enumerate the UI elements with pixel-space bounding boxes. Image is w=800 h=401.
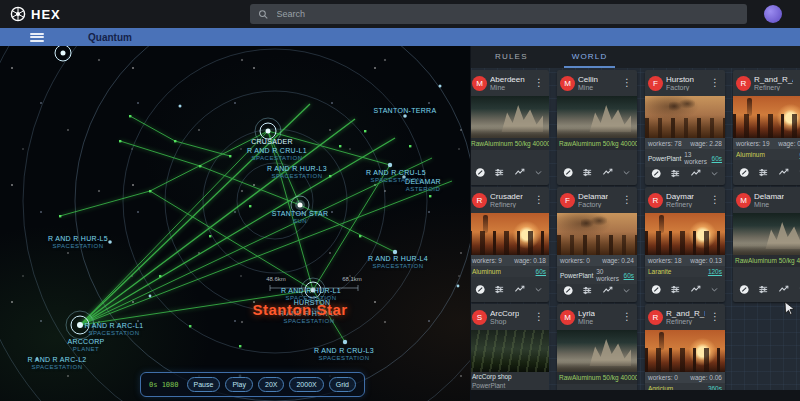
horizontal-scrollbar[interactable] <box>471 390 800 401</box>
chevron-down-icon[interactable] <box>534 284 543 295</box>
app-logo: HEX <box>10 6 61 22</box>
worker-stats: workers: 18wage: 0.13 <box>645 255 725 266</box>
compass-icon[interactable] <box>563 284 573 297</box>
kebab-menu-icon[interactable]: ⋮ <box>708 312 722 322</box>
kebab-menu-icon[interactable]: ⋮ <box>708 195 722 205</box>
chevron-down-icon[interactable] <box>622 167 631 178</box>
workers-count: workers: 9 <box>472 257 502 264</box>
compass-icon[interactable] <box>739 283 749 296</box>
user-avatar[interactable] <box>764 5 782 23</box>
compass-icon[interactable] <box>651 167 661 180</box>
app-title: HEX <box>31 7 61 22</box>
sliders-icon[interactable] <box>758 283 768 296</box>
tab-world[interactable]: WORLD <box>564 46 616 68</box>
chart-icon[interactable] <box>690 283 701 296</box>
card-header: MDelamarMine⋮ <box>733 187 800 213</box>
product-name: Aluminum <box>472 268 501 275</box>
wage-value: wage: 0.06 <box>690 374 722 381</box>
product-name: PowerPlant <box>560 272 593 279</box>
kebab-menu-icon[interactable]: ⋮ <box>532 312 546 322</box>
card-hurston[interactable]: FHurstonFactory⋮workers: 78wage: 2.28Pow… <box>645 70 725 185</box>
card-title: Daymar <box>666 192 694 201</box>
card-crusader[interactable]: RCrusaderRefinery⋮workers: 9wage: 0.18Al… <box>470 187 549 302</box>
sliders-icon[interactable] <box>494 166 504 179</box>
worker-stats: workers: 0wage: 0.24 <box>557 255 637 266</box>
card-subtitle: Refinery <box>754 84 793 91</box>
card-r-and-r-hur-l4[interactable]: RR_and_R_HUR_L4Refinery⋮workers: 0wage: … <box>645 304 725 401</box>
kebab-menu-icon[interactable]: ⋮ <box>796 78 800 88</box>
card-header: RDaymarRefinery⋮ <box>645 187 725 213</box>
workers-count: workers: 19 <box>736 140 770 147</box>
card-daymar[interactable]: RDaymarRefinery⋮workers: 18wage: 0.13Lar… <box>645 187 725 302</box>
card-lyria[interactable]: MLyriaMine⋮RawAluminum 50/kg 4000000u: 6… <box>557 304 637 401</box>
search-icon <box>258 9 269 20</box>
menu-icon[interactable] <box>30 33 44 42</box>
map-control-20x[interactable]: 20X <box>258 377 284 392</box>
card-delamar[interactable]: MDelamarMine⋮RawAluminum 50/kg 4000000u:… <box>733 187 800 302</box>
sliders-icon[interactable] <box>670 167 680 180</box>
chart-icon[interactable] <box>690 167 701 180</box>
sliders-icon[interactable] <box>758 166 768 179</box>
kebab-menu-icon[interactable]: ⋮ <box>620 78 634 88</box>
chart-icon[interactable] <box>514 166 525 179</box>
kebab-menu-icon[interactable]: ⋮ <box>796 195 800 205</box>
card-image-refinery <box>645 213 725 255</box>
card-subtitle: Mine <box>578 318 595 325</box>
chart-icon[interactable] <box>602 284 613 297</box>
kebab-menu-icon[interactable]: ⋮ <box>708 78 722 88</box>
cycle-time-link[interactable]: 60s <box>624 272 634 279</box>
chart-icon[interactable] <box>778 166 789 179</box>
app-window: HEX Quantum <box>0 0 800 401</box>
compass-icon[interactable] <box>563 166 573 179</box>
map-control-pause[interactable]: Pause <box>187 377 221 392</box>
card-subtitle: Factory <box>666 84 694 91</box>
card-actions <box>557 166 637 185</box>
kebab-menu-icon[interactable]: ⋮ <box>532 78 546 88</box>
compass-icon[interactable] <box>475 283 485 296</box>
chart-icon[interactable] <box>514 283 525 296</box>
chevron-down-icon[interactable] <box>622 285 631 296</box>
shop-product: PowerPlant <box>470 381 549 390</box>
resource-output: RawAluminum 50/kg 4000000u: 27 <box>557 138 637 150</box>
cycle-time-link[interactable]: 60s <box>712 155 722 162</box>
chart-icon[interactable] <box>778 283 789 296</box>
card-r-and-r-arc-l1[interactable]: RR_and_R_ARC_L1Refinery⋮workers: 19wage:… <box>733 70 800 185</box>
card-actions <box>557 284 637 302</box>
map-control-play[interactable]: Play <box>225 377 253 392</box>
card-header: RR_and_R_ARC_L1Refinery⋮ <box>733 70 800 96</box>
search-input[interactable] <box>275 8 739 20</box>
card-arccorp[interactable]: SArcCorpShop⋮ArcCorp shopPowerPlant <box>470 304 549 401</box>
product-name: PowerPlant <box>648 155 681 162</box>
search-bar[interactable] <box>250 4 747 24</box>
navbar: Quantum <box>0 28 800 46</box>
compass-icon[interactable] <box>739 166 749 179</box>
tab-rules[interactable]: RULES <box>487 46 536 68</box>
card-subtitle: Shop <box>490 318 519 325</box>
chevron-down-icon[interactable] <box>710 284 719 295</box>
chevron-down-icon[interactable] <box>710 168 719 179</box>
sliders-icon[interactable] <box>582 284 592 297</box>
compass-icon[interactable] <box>651 283 661 296</box>
cycle-time-link[interactable]: 120s <box>708 268 722 275</box>
product-name: Aluminum <box>736 151 765 158</box>
card-cellin[interactable]: MCellinMine⋮RawAluminum 50/kg 4000000u: … <box>557 70 637 185</box>
kebab-menu-icon[interactable]: ⋮ <box>532 195 546 205</box>
card-delamar[interactable]: FDelamarFactory⋮workers: 0wage: 0.24Powe… <box>557 187 637 302</box>
sliders-icon[interactable] <box>494 283 504 296</box>
sliders-icon[interactable] <box>582 166 592 179</box>
map-control-grid[interactable]: Grid <box>329 377 356 392</box>
card-aberdeen[interactable]: MAberdeenMine⋮RawAluminum 50/kg 4000000u… <box>470 70 549 185</box>
map-control-2000x[interactable]: 2000X <box>289 377 323 392</box>
card-image-refinery <box>645 330 725 372</box>
compass-icon[interactable] <box>475 166 485 179</box>
kebab-menu-icon[interactable]: ⋮ <box>620 312 634 322</box>
kebab-menu-icon[interactable]: ⋮ <box>620 195 634 205</box>
sliders-icon[interactable] <box>670 283 680 296</box>
chevron-down-icon[interactable] <box>534 167 543 178</box>
card-header: RCrusaderRefinery⋮ <box>470 187 549 213</box>
map-label-r-and-r-hur-l4: R AND R HUR-L4SPACESTATION <box>368 254 428 271</box>
cycle-time-link[interactable]: 60s <box>536 268 546 275</box>
sim-timer: 0s 1080 <box>149 381 179 389</box>
star-map[interactable]: STANTON-TERRACRUSADERR AND R CRU-L1SPACE… <box>0 46 470 401</box>
chart-icon[interactable] <box>602 166 613 179</box>
